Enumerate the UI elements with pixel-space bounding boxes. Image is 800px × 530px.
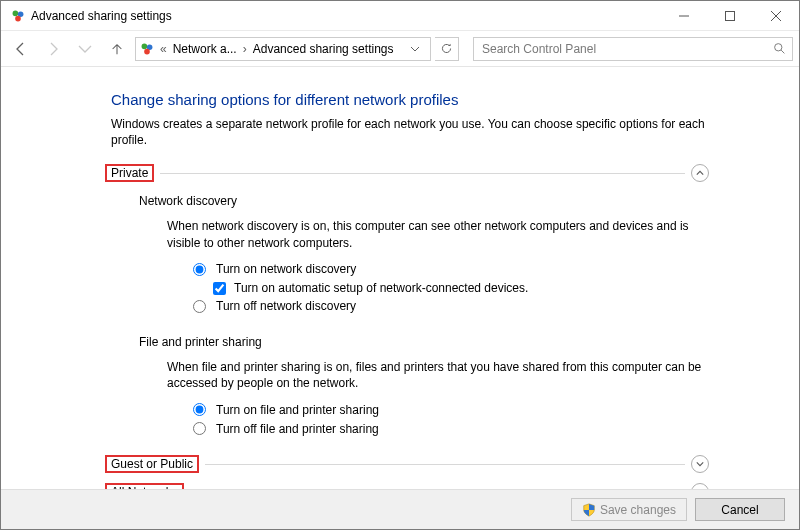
app-icon	[11, 9, 25, 23]
subdesc-file-printer: When file and printer sharing is on, fil…	[139, 359, 709, 401]
radio-nd-off-label: Turn off network discovery	[216, 299, 356, 313]
search-box[interactable]	[473, 37, 793, 61]
radio-fps-on[interactable]: Turn on file and printer sharing	[193, 401, 709, 418]
section-all: All Networks	[111, 481, 709, 489]
breadcrumb-item-network[interactable]: Network a...	[173, 42, 237, 56]
subdesc-network-discovery: When network discovery is on, this compu…	[139, 218, 709, 260]
address-bar[interactable]: « Network a... › Advanced sharing settin…	[135, 37, 431, 61]
page-description: Windows creates a separate network profi…	[111, 116, 709, 148]
radio-nd-on-label: Turn on network discovery	[216, 262, 356, 276]
section-guest: Guest or Public	[111, 453, 709, 475]
radio-nd-on[interactable]: Turn on network discovery	[193, 261, 709, 278]
checkbox-auto-setup-label: Turn on automatic setup of network-conne…	[234, 281, 528, 295]
titlebar: Advanced sharing settings	[1, 1, 799, 31]
svg-point-10	[775, 44, 782, 51]
subsection-network-discovery: Network discovery When network discovery…	[111, 184, 709, 324]
page-heading: Change sharing options for different net…	[111, 91, 709, 108]
radio-fps-on-input[interactable]	[193, 403, 206, 416]
toolbar: « Network a... › Advanced sharing settin…	[1, 31, 799, 67]
window: Advanced sharing settings	[0, 0, 800, 530]
search-icon[interactable]	[773, 42, 786, 55]
address-dropdown-button[interactable]	[404, 38, 426, 60]
forward-button[interactable]	[39, 35, 67, 63]
refresh-button[interactable]	[435, 37, 459, 61]
close-button[interactable]	[753, 1, 799, 31]
subsection-file-printer: File and printer sharing When file and p…	[111, 325, 709, 447]
subhead-file-printer: File and printer sharing	[139, 335, 709, 349]
svg-point-2	[15, 15, 21, 21]
checkbox-auto-setup-input[interactable]	[213, 282, 226, 295]
up-button[interactable]	[103, 35, 131, 63]
minimize-button[interactable]	[661, 1, 707, 31]
subhead-network-discovery: Network discovery	[139, 194, 709, 208]
breadcrumb-root[interactable]: «	[158, 42, 169, 56]
radio-fps-off[interactable]: Turn off file and printer sharing	[193, 420, 709, 437]
address-icon	[140, 42, 154, 56]
section-header-all[interactable]: All Networks	[111, 481, 709, 489]
svg-rect-4	[726, 11, 735, 20]
save-changes-button[interactable]: Save changes	[571, 498, 687, 521]
section-label-guest: Guest or Public	[105, 455, 199, 473]
checkbox-auto-setup[interactable]: Turn on automatic setup of network-conne…	[193, 280, 709, 297]
window-title-text: Advanced sharing settings	[31, 9, 172, 23]
radio-fps-on-label: Turn on file and printer sharing	[216, 403, 379, 417]
radiogroup-file-printer: Turn on file and printer sharing Turn of…	[139, 401, 709, 437]
collapse-icon[interactable]	[691, 164, 709, 182]
section-header-private[interactable]: Private	[111, 162, 709, 184]
svg-point-0	[13, 10, 19, 16]
svg-point-7	[142, 43, 148, 49]
radio-nd-off-input[interactable]	[193, 300, 206, 313]
shield-icon	[582, 503, 596, 517]
expand-icon[interactable]	[691, 483, 709, 489]
radio-nd-on-input[interactable]	[193, 263, 206, 276]
cancel-button[interactable]: Cancel	[695, 498, 785, 521]
section-private: Private Network discovery When network d…	[111, 162, 709, 447]
search-input[interactable]	[480, 41, 773, 57]
svg-point-9	[144, 48, 150, 54]
radio-fps-off-input[interactable]	[193, 422, 206, 435]
svg-line-11	[781, 50, 784, 53]
section-header-guest[interactable]: Guest or Public	[111, 453, 709, 475]
recent-locations-button[interactable]	[71, 35, 99, 63]
radio-nd-off[interactable]: Turn off network discovery	[193, 298, 709, 315]
window-title: Advanced sharing settings	[1, 9, 661, 23]
radio-fps-off-label: Turn off file and printer sharing	[216, 422, 379, 436]
back-button[interactable]	[7, 35, 35, 63]
section-label-private: Private	[105, 164, 154, 182]
cancel-label: Cancel	[721, 503, 758, 517]
breadcrumb-item-advanced[interactable]: Advanced sharing settings	[253, 42, 394, 56]
chevron-right-icon: ›	[241, 42, 249, 56]
radiogroup-network-discovery: Turn on network discovery Turn on automa…	[139, 261, 709, 315]
save-changes-label: Save changes	[600, 503, 676, 517]
content-area: Change sharing options for different net…	[1, 67, 799, 489]
footer: Save changes Cancel	[1, 489, 799, 529]
expand-icon[interactable]	[691, 455, 709, 473]
maximize-button[interactable]	[707, 1, 753, 31]
section-label-all: All Networks	[105, 483, 184, 489]
